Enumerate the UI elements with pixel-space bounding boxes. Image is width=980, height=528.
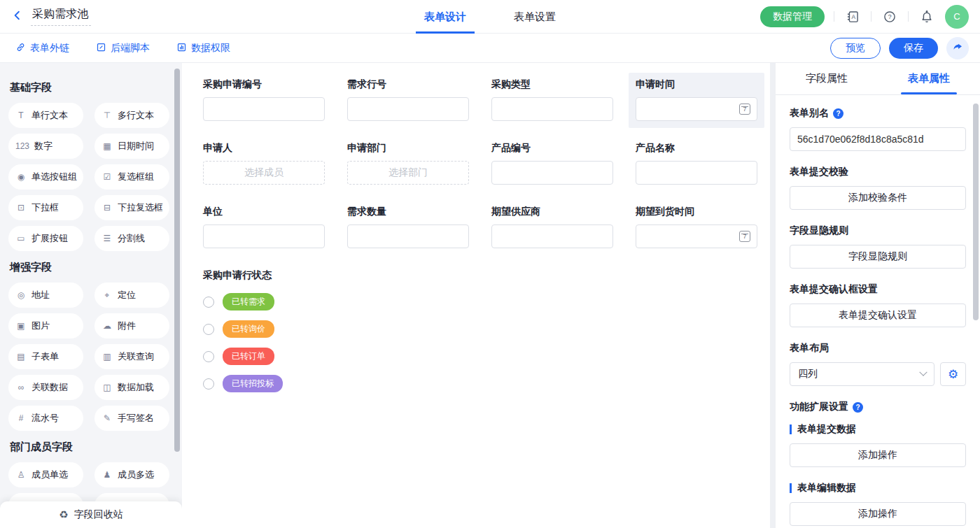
date-input[interactable]: 7 <box>636 97 757 121</box>
status-radio-option[interactable]: 已转需求 <box>203 293 764 311</box>
panel-section-button[interactable]: 添加校验条件 <box>790 186 966 210</box>
panel-section-button[interactable]: 表单提交确认设置 <box>790 304 966 327</box>
sidebar-scrollbar[interactable] <box>174 69 180 452</box>
field-pill-multi-line-text[interactable]: ⊤多行文本 <box>94 103 169 128</box>
field-pill-checkbox-group[interactable]: ☑复选框组 <box>94 164 169 190</box>
form-field[interactable]: 产品名称 <box>629 136 764 192</box>
field-recycle-bin[interactable]: ♻ 字段回收站 <box>0 501 182 528</box>
panel-section-button[interactable]: 字段显隐规则 <box>790 245 966 269</box>
back-button[interactable] <box>11 9 24 24</box>
dropdown-multi-icon: ⊟ <box>102 203 113 213</box>
field-pill-dropdown[interactable]: ⊡下拉框 <box>8 195 83 220</box>
radio-circle-icon[interactable] <box>203 378 214 390</box>
text-input[interactable] <box>203 97 325 121</box>
panel-tab-2[interactable]: 表单属性 <box>878 63 980 94</box>
field-pill-radio-group[interactable]: ◉单选按钮组 <box>8 164 83 190</box>
add-operation-button[interactable]: 添加操作 <box>790 443 966 467</box>
field-pill-member-multi[interactable]: ♟成员多选 <box>94 462 169 487</box>
chevron-left-icon <box>11 9 24 24</box>
layout-gear-button[interactable]: ⚙ <box>940 362 966 386</box>
field-pill-signature[interactable]: ✎手写签名 <box>94 406 169 431</box>
data-manage-button[interactable]: 数据管理 <box>760 6 825 27</box>
status-radio-option[interactable]: 已转招投标 <box>203 375 764 392</box>
form-field[interactable]: 需求数量 <box>340 200 476 255</box>
form-field[interactable]: 需求行号 <box>340 73 476 128</box>
field-pill-label: 数据加载 <box>118 381 154 394</box>
text-input[interactable] <box>491 224 613 248</box>
picker-input[interactable]: 选择成员 <box>203 161 325 185</box>
form-field[interactable]: 申请时间7 <box>629 73 764 128</box>
picker-input[interactable]: 选择部门 <box>347 161 469 185</box>
text-input[interactable] <box>636 161 757 185</box>
text-input[interactable] <box>347 97 469 121</box>
help-icon[interactable]: ? <box>881 8 899 26</box>
panel-tab-1[interactable]: 字段属性 <box>776 63 878 94</box>
field-pill-number[interactable]: 123数字 <box>8 134 83 159</box>
add-operation-button[interactable]: 添加操作 <box>790 502 966 526</box>
radio-circle-icon[interactable] <box>203 324 214 335</box>
top-tab-1[interactable]: 表单设计 <box>420 0 470 34</box>
field-pill-relation-data[interactable]: ∞关联数据 <box>8 375 83 400</box>
svg-text:?: ? <box>888 13 891 20</box>
status-radio-option[interactable]: 已转询价 <box>203 320 764 338</box>
form-field-label: 申请时间 <box>636 78 757 91</box>
extension-subsections: 表单提交数据添加操作表单编辑数据添加操作 <box>790 423 966 526</box>
form-field-label: 需求行号 <box>347 78 469 91</box>
radio-circle-icon[interactable] <box>203 297 214 308</box>
field-pill-data-load[interactable]: ◫数据加载 <box>94 375 169 400</box>
checkbox-group-icon: ☑ <box>102 172 113 182</box>
share-button[interactable] <box>946 37 969 59</box>
field-pill-divider-line[interactable]: ☰分割线 <box>94 226 169 251</box>
field-pill-image[interactable]: ▣图片 <box>8 313 83 338</box>
field-pill-subform[interactable]: ▤子表单 <box>8 344 83 369</box>
text-input[interactable] <box>491 97 613 121</box>
toolbar-link-2[interactable]: 后端脚本 <box>96 42 150 55</box>
field-pill-address[interactable]: ◎地址 <box>8 283 83 308</box>
share-arrow-icon <box>952 41 963 55</box>
data-load-icon: ◫ <box>102 383 113 392</box>
toolbar-link-3[interactable]: 数据权限 <box>176 42 230 55</box>
form-field[interactable]: 采购申请编号 <box>196 73 332 128</box>
form-field[interactable]: 单位 <box>196 200 332 255</box>
field-pill-serial-number[interactable]: #流水号 <box>8 406 83 431</box>
field-pill-dropdown-multi[interactable]: ⊟下拉复选框 <box>94 195 169 220</box>
avatar[interactable]: C <box>945 5 969 29</box>
field-pill-datetime[interactable]: ▦日期时间 <box>94 134 169 159</box>
form-alias-input[interactable] <box>790 127 966 151</box>
address-book-icon[interactable]: A <box>844 8 862 26</box>
field-pill-relation-query[interactable]: ▥关联查询 <box>94 344 169 369</box>
form-field[interactable]: 申请部门选择部门 <box>340 136 476 192</box>
form-field[interactable]: 采购类型 <box>484 73 620 128</box>
layout-select[interactable]: 四列 <box>790 362 934 386</box>
radio-group-label: 采购申请行状态 <box>203 269 764 282</box>
radio-circle-icon[interactable] <box>203 351 214 362</box>
field-pill-member-single[interactable]: ♙成员单选 <box>8 462 83 487</box>
field-pill-attachment[interactable]: ☁附件 <box>94 313 169 338</box>
status-badge: 已转询价 <box>223 320 274 338</box>
form-field[interactable]: 申请人选择成员 <box>196 136 332 192</box>
panel-scrollbar[interactable] <box>973 104 979 320</box>
text-input[interactable] <box>203 224 325 248</box>
field-pill-single-line-text[interactable]: T单行文本 <box>8 103 83 128</box>
bell-icon[interactable] <box>918 8 936 26</box>
page-title[interactable]: 采购需求池 <box>31 7 91 26</box>
field-pill-label: 下拉框 <box>31 201 59 214</box>
top-tab-2[interactable]: 表单设置 <box>510 0 560 34</box>
text-input[interactable] <box>347 224 469 248</box>
field-pill-location[interactable]: ⌖定位 <box>94 283 169 308</box>
text-input[interactable] <box>491 161 613 185</box>
sidebar-section-title: 基础字段 <box>10 81 169 94</box>
help-circle-icon[interactable]: ? <box>853 402 863 413</box>
help-circle-icon[interactable]: ? <box>833 108 844 119</box>
picker-placeholder: 选择部门 <box>388 166 428 179</box>
form-field[interactable]: 期望到货时间7 <box>629 200 764 255</box>
field-pill-extend-button[interactable]: ▭扩展按钮 <box>8 226 83 251</box>
toolbar-link-1[interactable]: 表单外链 <box>15 42 69 55</box>
preview-button[interactable]: 预览 <box>830 38 881 59</box>
form-field[interactable]: 期望供应商 <box>484 200 620 255</box>
save-button[interactable]: 保存 <box>889 38 938 59</box>
status-radio-option[interactable]: 已转订单 <box>203 348 764 365</box>
form-field[interactable]: 产品编号 <box>484 136 620 192</box>
date-input[interactable]: 7 <box>636 224 757 248</box>
layout-select-value: 四列 <box>798 368 818 380</box>
